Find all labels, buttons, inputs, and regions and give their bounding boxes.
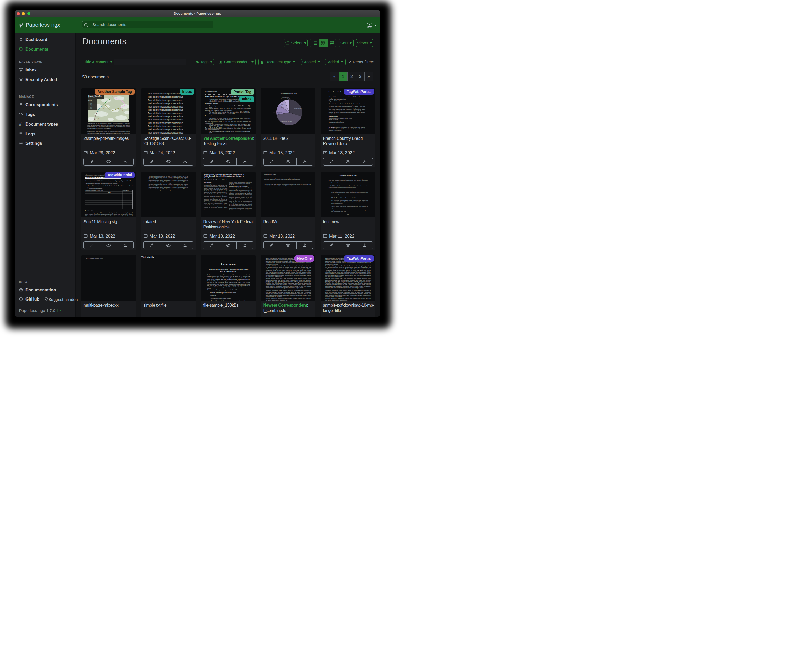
- svg-text:Google Earth: Google Earth: [89, 119, 97, 121]
- svg-text:Isolated Systolic: Isolated Systolic: [283, 97, 289, 98]
- svg-text:Day 6: Day 6: [90, 108, 92, 109]
- svg-text:Day 1: Day 1: [90, 102, 92, 103]
- svg-text:Legend: Legend: [88, 100, 92, 101]
- svg-text:Pre-hypertension, 212, 42%: Pre-hypertension, 212, 42%: [280, 121, 292, 122]
- svg-text:Day 3: Day 3: [90, 104, 92, 105]
- svg-text:Contact Hours: Contact Hours: [123, 190, 129, 191]
- svg-text:Day 4: Day 4: [90, 105, 92, 107]
- svg-text:Stage 2: Stage 2: [281, 104, 284, 105]
- svg-text:65, 13%: 65, 13%: [276, 113, 280, 114]
- svg-text:Hypertension,: Hypertension,: [280, 105, 286, 107]
- svg-text:44, 9%: 44, 9%: [281, 107, 284, 108]
- svg-text:Patient BP Distribution 2011: Patient BP Distribution 2011: [280, 92, 297, 94]
- svg-text:Provider #: Provider #: [92, 190, 96, 191]
- svg-text:Stage 1 Hypertension,: Stage 1 Hypertension,: [273, 112, 283, 113]
- svg-text:Day 2: Day 2: [90, 103, 92, 104]
- svg-text:Day 5: Day 5: [90, 107, 92, 108]
- svg-text:Boundary Waters Trip: Boundary Waters Trip: [88, 96, 102, 97]
- svg-text:Course Name: Course Name: [97, 190, 103, 191]
- svg-text:Normal, 150, 30%: Normal, 150, 30%: [294, 108, 302, 109]
- svg-text:Hypertension, 31, 6%: Hypertension, 31, 6%: [281, 98, 291, 99]
- svg-text:N\A: N\A: [107, 191, 111, 193]
- svg-text:Completion Date: Completion Date: [85, 190, 92, 191]
- svg-text:Six days in BWCA: Six days in BWCA: [88, 97, 96, 98]
